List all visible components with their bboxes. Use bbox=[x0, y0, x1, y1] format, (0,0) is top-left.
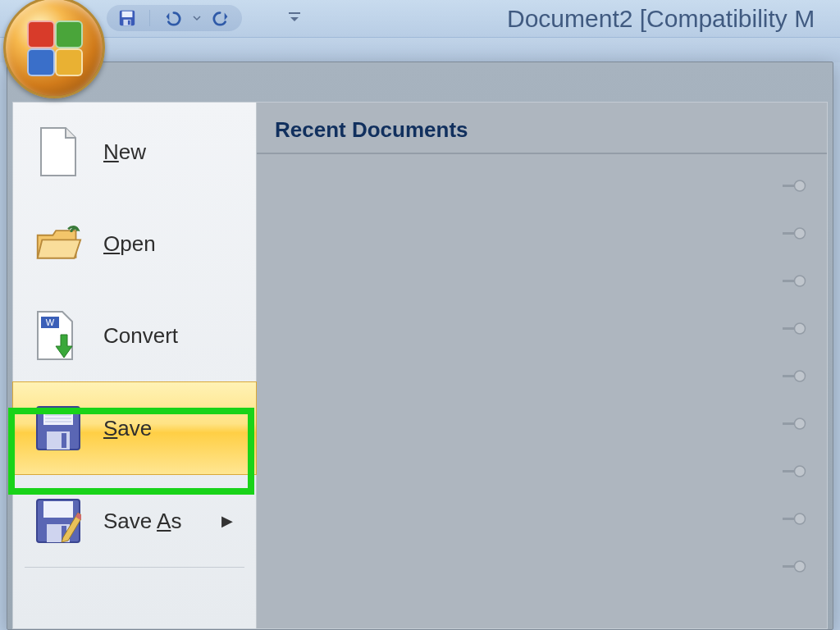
svg-point-24 bbox=[795, 276, 806, 286]
svg-rect-29 bbox=[783, 422, 796, 425]
menu-item-label: New bbox=[103, 139, 146, 165]
separator bbox=[149, 10, 150, 26]
svg-rect-19 bbox=[783, 185, 796, 187]
menu-command-list: New Open W Convert Save bbox=[13, 103, 257, 628]
undo-icon[interactable] bbox=[163, 9, 181, 27]
pin-icon[interactable] bbox=[783, 368, 807, 386]
svg-rect-1 bbox=[122, 11, 133, 17]
recent-documents-heading: Recent Documents bbox=[257, 103, 827, 153]
open-folder-icon bbox=[34, 220, 82, 267]
dropdown-icon[interactable] bbox=[193, 9, 201, 27]
pin-icon[interactable] bbox=[783, 320, 807, 338]
recent-document-row[interactable] bbox=[257, 162, 827, 210]
office-menu-panel: New Open W Convert Save bbox=[7, 62, 833, 630]
pin-icon[interactable] bbox=[783, 558, 807, 576]
customize-qat-icon[interactable] bbox=[287, 10, 302, 25]
recent-document-row[interactable] bbox=[257, 448, 827, 495]
menu-separator bbox=[25, 567, 244, 568]
svg-rect-8 bbox=[43, 409, 73, 425]
pin-icon[interactable] bbox=[783, 415, 807, 433]
menu-item-label: Open bbox=[103, 231, 156, 257]
svg-rect-35 bbox=[783, 565, 796, 568]
svg-point-22 bbox=[795, 228, 806, 239]
menu-item-label: Save As bbox=[103, 509, 181, 534]
recent-document-row[interactable] bbox=[257, 543, 827, 591]
new-document-icon bbox=[34, 128, 82, 176]
svg-point-30 bbox=[795, 418, 806, 429]
svg-point-28 bbox=[795, 371, 806, 381]
svg-point-26 bbox=[795, 323, 806, 334]
titlebar: Document2 [Compatibility M bbox=[0, 0, 840, 38]
menu-item-save-as[interactable]: Save As ▶ bbox=[13, 475, 256, 567]
recent-documents-list bbox=[257, 154, 827, 591]
menu-item-label: Save bbox=[103, 416, 152, 441]
submenu-arrow-icon: ▶ bbox=[221, 512, 233, 530]
menu-item-open[interactable]: Open bbox=[13, 198, 256, 290]
svg-rect-31 bbox=[783, 470, 796, 472]
svg-rect-16 bbox=[43, 501, 73, 518]
svg-rect-4 bbox=[289, 12, 300, 14]
pin-icon[interactable] bbox=[783, 225, 807, 243]
office-logo-icon bbox=[27, 21, 81, 75]
recent-documents-panel: Recent Documents bbox=[257, 103, 827, 628]
svg-rect-27 bbox=[783, 375, 796, 377]
save-icon bbox=[34, 404, 82, 452]
save-as-icon bbox=[34, 497, 82, 545]
recent-document-row[interactable] bbox=[257, 400, 827, 448]
pin-icon[interactable] bbox=[783, 177, 807, 195]
svg-point-34 bbox=[795, 514, 806, 524]
svg-text:W: W bbox=[46, 317, 55, 327]
svg-rect-14 bbox=[62, 433, 66, 448]
svg-point-36 bbox=[795, 561, 806, 572]
svg-rect-3 bbox=[128, 21, 130, 25]
pin-icon[interactable] bbox=[783, 463, 807, 481]
convert-icon: W bbox=[34, 312, 82, 359]
recent-document-row[interactable] bbox=[257, 258, 827, 305]
pin-icon[interactable] bbox=[783, 272, 807, 290]
menu-item-save[interactable]: Save bbox=[12, 381, 257, 475]
window-title: Document2 [Compatibility M bbox=[507, 5, 815, 33]
menu-item-new[interactable]: New bbox=[13, 106, 256, 198]
recent-document-row[interactable] bbox=[257, 353, 827, 400]
recent-document-row[interactable] bbox=[257, 210, 827, 258]
menu-item-convert[interactable]: W Convert bbox=[13, 290, 256, 381]
recent-document-row[interactable] bbox=[257, 495, 827, 543]
svg-point-32 bbox=[795, 466, 806, 477]
svg-rect-25 bbox=[783, 327, 796, 330]
ribbon-tab-strip bbox=[0, 38, 840, 62]
svg-rect-21 bbox=[783, 232, 796, 235]
quick-access-toolbar bbox=[107, 5, 242, 31]
pin-icon[interactable] bbox=[783, 510, 807, 528]
svg-rect-33 bbox=[783, 518, 796, 520]
redo-icon[interactable] bbox=[212, 9, 231, 27]
office-button[interactable] bbox=[3, 0, 105, 98]
menu-item-label: Convert bbox=[103, 323, 178, 349]
save-icon[interactable] bbox=[118, 9, 136, 27]
recent-document-row[interactable] bbox=[257, 305, 827, 353]
svg-rect-23 bbox=[783, 280, 796, 282]
svg-point-20 bbox=[795, 180, 806, 191]
